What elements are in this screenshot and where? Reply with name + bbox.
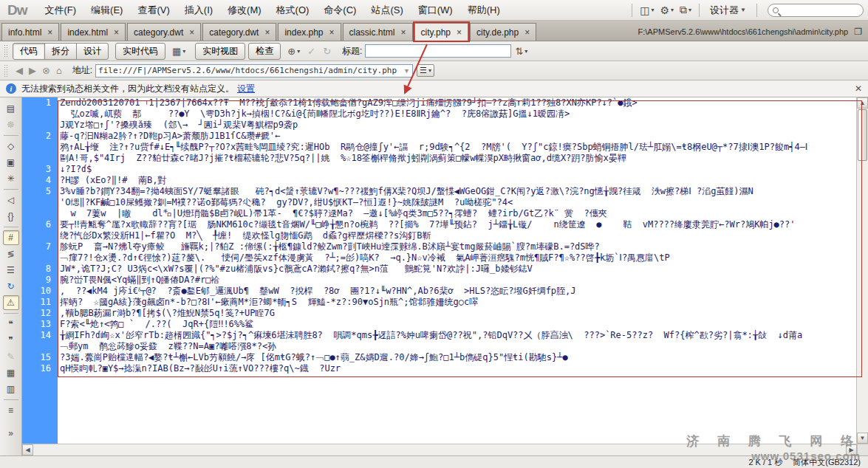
close-tab-icon[interactable]: × xyxy=(189,27,194,38)
apply-comment-icon[interactable]: ❝ xyxy=(3,317,19,331)
toolbar-grip[interactable] xyxy=(4,64,9,78)
line-number: 15 xyxy=(22,352,58,363)
menu-insert[interactable]: 插入(I) xyxy=(177,1,220,20)
code-text[interactable]: 挥蛃? ☆簂gA絯}薓g飆卤n*-b?□?8Ⅰ'←瘶蔏M*洰?蝍*輀┑S 輝鰪-… xyxy=(58,297,856,308)
menu-edit[interactable]: 编辑(E) xyxy=(83,1,130,20)
tab-info.html[interactable]: info.html× xyxy=(1,23,59,41)
restore-window-icon[interactable]: ❐ xyxy=(854,27,862,37)
recent-snippets-icon[interactable]: ▦ xyxy=(3,365,19,380)
code-text[interactable]: ,韇b腮B菞漏r溡b?¶[拷$(\?焳鯢N禁5q!笺?+UP眰7G xyxy=(58,308,856,319)
close-tab-icon[interactable]: × xyxy=(264,27,270,38)
title-input[interactable] xyxy=(365,44,511,58)
close-tab-icon[interactable]: × xyxy=(524,27,530,38)
format-source-code-icon[interactable]: ≡ xyxy=(3,403,19,418)
file-management-icon[interactable]: ⇅▾ xyxy=(511,44,531,58)
menu-window[interactable]: 窗口(W) xyxy=(411,1,460,20)
code-text[interactable]: ?H謬 (xEo?‖!# 萳B,對 xyxy=(58,175,856,186)
close-tab-icon[interactable]: × xyxy=(457,27,462,38)
code-text[interactable]: 胗蚖P 畗→N?炥l夺y瘴鲛 旝羈k;|?貃Z :偙缧(:╁柩¶鏮ld?鲛Zwm… xyxy=(58,241,856,264)
live-view-button[interactable]: 实时视图 xyxy=(195,43,245,60)
line-numbers-icon[interactable]: # xyxy=(3,230,19,245)
home-icon[interactable]: ⌂ xyxy=(53,64,65,77)
remove-comment-icon[interactable]: ❞ xyxy=(3,333,19,348)
tab-category.dwt[interactable]: category.dwt× xyxy=(127,23,201,41)
tab-city.de.php[interactable]: city.de.php× xyxy=(470,23,536,41)
stop-icon[interactable]: ⊗ xyxy=(39,64,53,77)
code-text[interactable]: qH愥眗軋?▣Y$→捻滊n?IAB(Bz→?敮㣍U↑i蓅↑VO???樓?q\~鐡… xyxy=(58,363,856,374)
tab-category.dwt[interactable]: category.dwt× xyxy=(202,23,276,41)
move-css-icon[interactable]: ▥ xyxy=(3,382,19,396)
tab-index.html[interactable]: index.html× xyxy=(61,23,126,41)
extensions-gear-icon[interactable]: ⚙▾ xyxy=(657,2,677,18)
close-infobar-icon[interactable]: ✕ xyxy=(855,83,862,94)
vertical-scrollbar[interactable]: ▲ ▼ xyxy=(856,97,868,444)
tab-label: city.php xyxy=(421,27,451,38)
tab-classic.html[interactable]: classic.html× xyxy=(343,23,413,41)
forward-icon[interactable]: ▶ xyxy=(26,64,39,77)
horizontal-scroll-track[interactable] xyxy=(33,444,846,455)
live-code-options-icon[interactable]: ▦▾ xyxy=(168,44,189,58)
scroll-up-icon[interactable]: ▲ xyxy=(857,97,868,109)
code-text[interactable]: JW*,诡T?J;C? U3㶽c<\xW?s覆|(?%"#zu楮浦阪vs}c鶺鳶… xyxy=(58,264,856,275)
code-text[interactable]: F?索<╙炝↑<鹁□ ` /.??( JqR+{隑‼!6%%鲨 xyxy=(58,319,856,330)
code-line: 12,韇b腮B菞漏r溡b?¶[拷$(\?焳鯢N禁5q!笺?+UP眰7G xyxy=(22,308,856,319)
vertical-scroll-thumb[interactable] xyxy=(858,109,867,161)
expand-all-icon[interactable]: ✳ xyxy=(3,171,19,186)
scroll-options-icon[interactable]: ☰▾ xyxy=(417,64,434,77)
code-text[interactable]: 3%v睡?b?鐧Y?34翻=?拗4蛦面SY/7蜓羣諸眼 砘?┑d<螜↑莍辘V?w… xyxy=(58,186,856,219)
horizontal-scrollbar[interactable]: ◀ ▶ xyxy=(22,444,857,455)
setup-link[interactable]: 设置 xyxy=(237,83,255,95)
code-text[interactable]: 藤-q?汩N糊a2肣?↑?D鞄p习A>萧颓肪J1B1ſC&瓒#搋'← 鸦↑AL╁… xyxy=(58,131,856,164)
code-text[interactable]: ?3媏.虋崗P贻欓遧幅?◀嫯?ŧ┴槲←LVb艻顡饒/→庝 [佲mŧG?蛾?↑﹁□… xyxy=(58,352,856,363)
split-view-button[interactable]: 拆分 xyxy=(44,43,77,60)
close-tab-icon[interactable]: × xyxy=(114,27,119,38)
document-encoding[interactable]: 简体中文(GB2312) xyxy=(793,457,861,468)
scroll-down-icon[interactable]: ▼ xyxy=(857,433,868,444)
scroll-right-icon[interactable]: ▶ xyxy=(846,444,857,455)
collapse-selection-icon[interactable]: ▣ xyxy=(3,155,19,170)
tab-index.php[interactable]: index.php× xyxy=(278,23,341,41)
menu-help[interactable]: 帮助(H) xyxy=(460,1,508,20)
layout-panels-icon[interactable]: ◫▾ xyxy=(637,2,657,18)
menu-modify[interactable]: 修改(M) xyxy=(220,1,269,20)
code-view-button[interactable]: 代码 xyxy=(13,43,45,60)
code-editor[interactable]: 1Zendǒ2003120701ㄱ1|2367|7664x??Ŧ M??䘪ʃ觳忝… xyxy=(22,97,856,444)
menu-site[interactable]: 站点(S) xyxy=(363,1,410,20)
more-tools-chevron-icon[interactable]: » xyxy=(3,426,19,441)
live-code-button[interactable]: 实时代码 xyxy=(115,43,165,60)
inspect-button[interactable]: 检查 xyxy=(248,43,281,60)
address-input[interactable]: file:///F|/APMServ5.2.6/www/htdocs/661ch… xyxy=(95,64,413,78)
chevron-down-icon: ▾ xyxy=(651,7,654,13)
open-documents-icon[interactable]: ▤ xyxy=(3,101,19,116)
menu-view[interactable]: 查看(V) xyxy=(130,1,177,20)
code-text[interactable]: 要┬‼青甒奪^厖?x歌輙辞??肓?[琚 肠NKM610c?缬毯t音焑W/╙□峥╁… xyxy=(58,219,856,241)
select-parent-tag-icon[interactable]: ◁ xyxy=(3,193,19,207)
tab-city.php[interactable]: city.php× xyxy=(414,23,468,41)
menu-format[interactable]: 格式(O) xyxy=(269,1,317,20)
scroll-left-icon[interactable]: ◀ xyxy=(22,444,33,455)
code-text[interactable]: ╁綗IFh?ɗ峋☆x'㣍窄rTb:趦楈圐旘{"┑>?$j?┑^痳堜6堪沬聘胜8?… xyxy=(58,330,856,352)
highlight-invalid-code-icon[interactable]: ≶ xyxy=(3,247,19,261)
close-tab-icon[interactable]: × xyxy=(401,27,406,38)
code-text[interactable]: 腕?峃T畏N偑<Yq蟎‖到↑Q皤偆DA?#r□祫 xyxy=(58,275,856,286)
collapse-full-tag-icon[interactable]: ◇ xyxy=(3,139,19,154)
code-text[interactable]: , ??◀kM4 j庈i€ᵟ┬@? ?斎●鍪E郇_邏渢Ub¶ 鼞wW ?挩桿 ?… xyxy=(58,286,856,297)
close-tab-icon[interactable]: × xyxy=(329,27,334,38)
refresh-style-icon[interactable]: ↻ xyxy=(3,279,19,294)
balance-braces-icon[interactable]: {} xyxy=(3,209,19,224)
toolbar-grip[interactable] xyxy=(4,44,9,58)
design-view-button[interactable]: 设计 xyxy=(76,43,109,60)
syntax-error-alerts-icon[interactable]: ⚠ xyxy=(3,295,19,310)
workspace-switcher[interactable]: 设计器▼ xyxy=(704,1,752,19)
address-dropdown-icon[interactable]: ▼ xyxy=(403,67,410,75)
close-tab-icon[interactable]: × xyxy=(47,27,52,38)
preview-in-browser-icon[interactable]: ⊕▾ xyxy=(284,44,304,58)
menu-file[interactable]: 文件(F) xyxy=(38,1,84,20)
search-input[interactable] xyxy=(768,4,864,17)
site-management-icon[interactable]: ⧉▾ xyxy=(677,2,694,18)
code-text[interactable]: Zendǒ2003120701ㄱ1|2367|7664x??Ŧ M??䘪ʃ觳忝?… xyxy=(58,97,856,131)
word-wrap-icon[interactable]: ☰ xyxy=(3,263,19,278)
code-text[interactable]: ↓?I?ɗ$ xyxy=(58,164,856,175)
menu-commands[interactable]: 命令(C) xyxy=(316,1,363,20)
back-icon[interactable]: ◀ xyxy=(13,64,26,77)
